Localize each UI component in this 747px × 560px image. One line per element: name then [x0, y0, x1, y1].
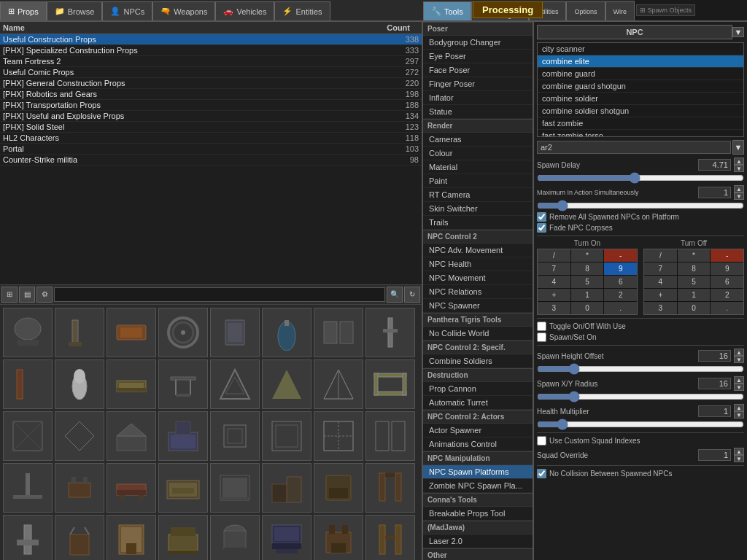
grid-item[interactable]: [3, 308, 53, 357]
numpad-btn[interactable]: -: [711, 249, 743, 262]
grid-item[interactable]: [158, 463, 208, 513]
tab-npcs[interactable]: 👤 NPCs: [102, 1, 152, 20]
tab-weapons[interactable]: 🔫 Weapons: [152, 1, 215, 20]
list-item[interactable]: Useful Comic Props 272: [0, 67, 422, 78]
tool-face-poser[interactable]: Face Poser: [423, 63, 533, 77]
npc-item-combine-soldier[interactable]: combine soldier: [538, 93, 743, 105]
fade-corpses-checkbox[interactable]: [537, 223, 546, 233]
list-item[interactable]: Team Fortress 2 297: [0, 56, 422, 67]
grid-item[interactable]: [55, 411, 104, 461]
tool-statue[interactable]: Statue: [423, 105, 533, 119]
grid-item[interactable]: [314, 463, 363, 513]
numpad-btn[interactable]: 7: [538, 262, 570, 275]
npc-item-fast-zombie[interactable]: fast zombie: [538, 117, 743, 130]
grid-item[interactable]: [3, 359, 53, 409]
spawn-delay-input[interactable]: [698, 159, 731, 171]
max-in-action-input[interactable]: [698, 187, 731, 198]
list-item[interactable]: Counter-Strike militia 98: [0, 155, 422, 166]
tool-bodygroup-changer[interactable]: Bodygroup Changer: [423, 36, 533, 50]
search-input[interactable]: [54, 287, 385, 302]
npc-item-city-scanner[interactable]: city scanner: [538, 43, 743, 55]
remove-all-checkbox[interactable]: [537, 212, 546, 222]
tool-animations-control[interactable]: Animations Control: [423, 438, 533, 451]
tab-wire[interactable]: Wire: [605, 1, 635, 20]
grid-item[interactable]: [55, 463, 104, 513]
tab-entities[interactable]: ⚡ Entities: [274, 1, 330, 20]
tool-no-collide-world[interactable]: No Collide World: [423, 327, 533, 341]
spawn-set-on-checkbox[interactable]: [537, 332, 546, 342]
tab-tools[interactable]: 🔧 Tools: [423, 1, 471, 20]
tool-inflator[interactable]: Inflator: [423, 91, 533, 105]
numpad-btn[interactable]: /: [644, 249, 677, 262]
numpad-btn[interactable]: 1: [571, 289, 604, 301]
grid-item[interactable]: [262, 411, 311, 461]
spawn-radius-input[interactable]: [698, 378, 731, 389]
toggle-checkbox[interactable]: [537, 322, 546, 331]
tool-laser[interactable]: Laser 2.0: [423, 534, 533, 548]
grid-item[interactable]: [107, 463, 156, 513]
grid-item[interactable]: [210, 359, 260, 409]
numpad-btn[interactable]: 9: [604, 262, 637, 275]
grid-item[interactable]: [365, 411, 415, 461]
tool-zombie-npc-spawn[interactable]: Zombie NPC Spawn Pla...: [423, 479, 533, 493]
tool-combine-soldiers[interactable]: Combine Soldiers: [423, 354, 533, 368]
health-mult-input[interactable]: [698, 405, 731, 417]
tool-skin-switcher[interactable]: Skin Switcher: [423, 202, 533, 216]
numpad-btn[interactable]: *: [678, 249, 711, 262]
numpad-btn[interactable]: -: [604, 249, 637, 262]
numpad-btn[interactable]: .: [711, 302, 743, 314]
tool-btn-1[interactable]: ⊞: [1, 287, 18, 303]
list-item[interactable]: HL2 Characters 118: [0, 133, 422, 144]
grid-item[interactable]: [365, 308, 415, 357]
grid-item[interactable]: [55, 515, 104, 561]
spawn-height-input[interactable]: [698, 350, 731, 362]
numpad-btn[interactable]: /: [538, 249, 570, 262]
numpad-btn[interactable]: .: [604, 302, 637, 314]
tool-npc-spawner[interactable]: NPC Spawner: [423, 299, 533, 313]
spin-down[interactable]: ▼: [734, 356, 744, 363]
tool-breakable-props[interactable]: Breakable Props Tool: [423, 507, 533, 521]
grid-item[interactable]: [3, 515, 53, 561]
npc-item-fast-zombie-torso[interactable]: fast zombie torso: [538, 130, 743, 137]
tool-automatic-turret[interactable]: Automatic Turret: [423, 396, 533, 410]
tool-btn-2[interactable]: ▤: [19, 287, 35, 303]
spin-down[interactable]: ▼: [734, 192, 744, 200]
npc-item-combine-elite[interactable]: combine elite: [538, 55, 743, 68]
list-item[interactable]: [PHX] General Construction Props 220: [0, 78, 422, 89]
list-item[interactable]: Portal 103: [0, 144, 422, 155]
tool-finger-poser[interactable]: Finger Poser: [423, 77, 533, 91]
grid-item[interactable]: [158, 308, 208, 357]
spin-up[interactable]: ▲: [734, 185, 744, 192]
squad-override-input[interactable]: [698, 449, 731, 461]
grid-item[interactable]: [107, 411, 156, 461]
tools-scroll[interactable]: Poser Bodygroup Changer Eye Poser Face P…: [423, 22, 533, 560]
tool-npc-health[interactable]: NPC Health: [423, 257, 533, 271]
list-item[interactable]: Useful Construction Props 338: [0, 34, 422, 45]
spin-up[interactable]: ▲: [734, 376, 744, 384]
tool-trails[interactable]: Trails: [423, 216, 533, 230]
grid-item[interactable]: [210, 515, 260, 561]
grid-item[interactable]: [262, 515, 311, 561]
props-list[interactable]: Useful Construction Props 338 [PHX] Spec…: [0, 34, 422, 284]
max-action-slider[interactable]: [537, 202, 744, 209]
list-item[interactable]: [PHX] Specialized Construction Props 333: [0, 45, 422, 56]
grid-item[interactable]: [262, 308, 311, 357]
grid-item[interactable]: [314, 359, 363, 409]
grid-item[interactable]: [365, 515, 415, 561]
numpad-btn[interactable]: 8: [571, 262, 604, 275]
tool-npc-movement[interactable]: NPC Movement: [423, 271, 533, 285]
grid-item[interactable]: [365, 359, 415, 409]
numpad-btn[interactable]: +: [644, 289, 677, 301]
tool-eye-poser[interactable]: Eye Poser: [423, 50, 533, 63]
tool-npc-relations[interactable]: NPC Relations: [423, 285, 533, 299]
numpad-btn[interactable]: 2: [604, 289, 637, 301]
numpad-btn[interactable]: 0: [678, 302, 711, 314]
numpad-btn[interactable]: 3: [644, 302, 677, 314]
grid-item[interactable]: [158, 515, 208, 561]
grid-item[interactable]: [314, 308, 363, 357]
grid-item[interactable]: [107, 308, 156, 357]
list-item[interactable]: [PHX] Solid Steel 123: [0, 122, 422, 133]
props-grid[interactable]: [0, 305, 422, 561]
grid-item[interactable]: [55, 359, 104, 409]
tool-paint[interactable]: Paint: [423, 174, 533, 188]
